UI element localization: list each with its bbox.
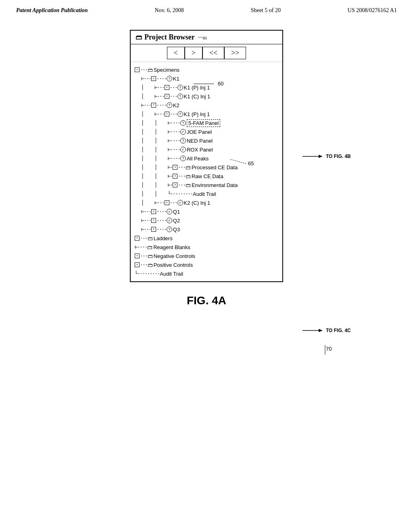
expand-icon[interactable]: + <box>151 227 156 232</box>
connector: ··· <box>140 67 148 73</box>
folder-icon: 🗃 <box>186 164 191 170</box>
tree-row[interactable]: ⊢··· + ···· ? K2 <box>135 101 280 110</box>
question-icon: ? <box>177 111 183 117</box>
expand-icon[interactable]: + <box>173 174 177 179</box>
connector: ···· <box>156 102 167 108</box>
tree-row[interactable]: │ ⊢··· + ··· ✓ K2 (C) Inj 1 <box>135 198 280 207</box>
check-icon: ✓ <box>180 129 186 135</box>
expand-icon[interactable]: + <box>165 94 169 99</box>
tree-row[interactable]: ⊢··· + ···· ? Q3 <box>135 225 280 234</box>
nav-last-button[interactable]: >> <box>224 47 246 59</box>
tree-item-label: Specimens <box>154 67 179 73</box>
tree-row[interactable]: + ··· 🗃 Specimens <box>135 65 280 74</box>
tree-row[interactable]: ⊢··· + ···· ✓ Q2 <box>135 216 280 225</box>
connector: ⊢···· <box>168 147 180 152</box>
connector: ··· <box>170 94 177 99</box>
connector: │ <box>141 85 151 90</box>
expand-icon[interactable]: + <box>151 76 156 81</box>
tree-row[interactable]: │ │ ⊢· + ··· 🗃 Environmental Data <box>135 181 280 189</box>
tree-item-label: K1 (P) Inj 1 <box>184 111 210 117</box>
tree-row[interactable]: │ │ ⊢···· ? 5-FAM Panel <box>135 118 280 127</box>
folder-icon: 🗃 <box>148 235 153 241</box>
nav-next-button[interactable]: > <box>185 47 202 59</box>
connector: ··· <box>170 200 177 206</box>
tree-row[interactable]: │ ⊢··· + ··· ? K1 (C) Inj 1 <box>135 92 280 101</box>
expand-icon[interactable]: + <box>151 209 156 214</box>
expand-icon[interactable]: + <box>135 254 140 258</box>
tree-row[interactable]: │ │ └········· Audit Trail <box>135 189 280 198</box>
tree-row[interactable]: ⊢··· + ···· ✓ Q1 <box>135 207 280 216</box>
tree-item-label: Ladders <box>154 235 173 241</box>
connector: │ <box>141 94 151 99</box>
connector: ⊢··· <box>141 227 151 232</box>
tree-row[interactable]: ⊢···· 🗃 Reagent Blanks <box>135 243 280 251</box>
nav-prev-button[interactable]: < <box>167 47 185 59</box>
connector: │ <box>154 120 165 126</box>
connector: ··· <box>140 262 148 268</box>
tree-row[interactable]: │ │ ⊢· + ··· 🗃 Processed CE Data <box>135 163 280 172</box>
tree-row[interactable]: └········· Audit Trail <box>135 269 280 278</box>
expand-icon[interactable]: + <box>173 165 177 170</box>
tree-row[interactable]: + ··· 🗃 Ladders <box>135 234 280 243</box>
connector: └········· <box>168 191 193 197</box>
tree-row[interactable]: + ··· 🗃 Positive Controls <box>135 260 280 269</box>
tree-item-label: K1 <box>173 76 179 82</box>
tree-row[interactable]: │ │ ⊢···· ✓ ROX Panel <box>135 145 280 154</box>
tree-item-label: NED Panel <box>187 138 213 144</box>
tree-row[interactable]: │ ⊢··· + ··· ? K1 (P) Inj 1 <box>135 83 280 92</box>
expand-icon[interactable]: + <box>135 262 140 267</box>
tree-row[interactable]: ⊢··· + ···· ? K1 <box>135 74 280 83</box>
browser-title-bar: 🗃 Project Browser ⁠—⁠60 <box>131 31 282 44</box>
tree-row[interactable]: │ │ ⊢···· ? All Peaks <box>135 154 280 163</box>
connector: ···· <box>156 218 167 223</box>
folder-icon: 🗃 <box>186 182 191 188</box>
question-icon: ? <box>167 76 172 81</box>
project-browser-panel: 🗃 Project Browser ⁠—⁠60 < > << >> + ··· … <box>130 30 283 282</box>
expand-icon[interactable]: + <box>151 103 156 108</box>
tree-item-label: Positive Controls <box>154 262 193 268</box>
connector: │ <box>154 156 165 161</box>
tree-row[interactable]: │ ⊢··· + ··· ? K1 (P) Inj 1 <box>135 110 280 118</box>
check-icon: ✓ <box>167 209 172 214</box>
connector: └········· <box>135 271 160 276</box>
expand-icon[interactable]: + <box>165 85 169 90</box>
tree-container: + ··· 🗃 Specimens ⊢··· + ···· ? K1 │ ⊢··… <box>131 62 282 281</box>
connector: │ <box>141 200 151 206</box>
tree-item-label: Q1 <box>173 209 180 215</box>
question-icon: ? <box>180 156 186 161</box>
connector: │ <box>141 120 151 126</box>
tree-item-label: Q2 <box>173 218 180 224</box>
connector: │ <box>141 191 151 197</box>
publication-label: Patent Application Publication <box>16 7 88 14</box>
nav-first-button[interactable]: << <box>202 47 224 59</box>
connector: ··· <box>178 182 186 188</box>
tree-item-label: Processed CE Data <box>192 164 238 170</box>
connector: │ <box>141 129 151 135</box>
to-fig-4c-label: TO FIG. 4C <box>326 328 351 333</box>
expand-icon[interactable]: + <box>165 112 169 116</box>
connector: ···· <box>156 227 167 232</box>
connector: │ <box>154 182 165 188</box>
connector: │ <box>154 147 165 152</box>
tree-row[interactable]: │ │ ⊢···· ? NED Panel <box>135 136 280 145</box>
folder-icon: 🗃 <box>147 244 152 250</box>
tree-item-label: 5-FAM Panel <box>187 120 220 126</box>
tree-row[interactable]: + ··· 🗃 Negative Controls <box>135 251 280 260</box>
expand-icon[interactable]: + <box>165 200 169 205</box>
connector: │ <box>141 173 151 179</box>
connector: ⊢··· <box>141 76 151 81</box>
expand-icon[interactable]: + <box>173 183 177 187</box>
expand-icon[interactable]: + <box>151 218 156 223</box>
tree-row[interactable]: │ │ ⊢· + ··· 🗃 Raw CE Data <box>135 172 280 181</box>
tree-item-label: ROX Panel <box>187 147 213 153</box>
expand-icon[interactable]: + <box>135 67 140 72</box>
connector: │ <box>141 147 151 152</box>
tree-row[interactable]: │ │ ⊢···· ✓ JOE Panel <box>135 127 280 136</box>
connector: ⊢··· <box>141 102 151 108</box>
connector: ⊢···· <box>168 138 180 143</box>
tree-item-label: All Peaks <box>187 156 209 162</box>
folder-icon: 🗃 <box>186 173 191 179</box>
tree-item-label: Audit Trail <box>160 271 183 277</box>
expand-icon[interactable]: + <box>135 236 140 241</box>
connector: ··· <box>178 164 186 170</box>
